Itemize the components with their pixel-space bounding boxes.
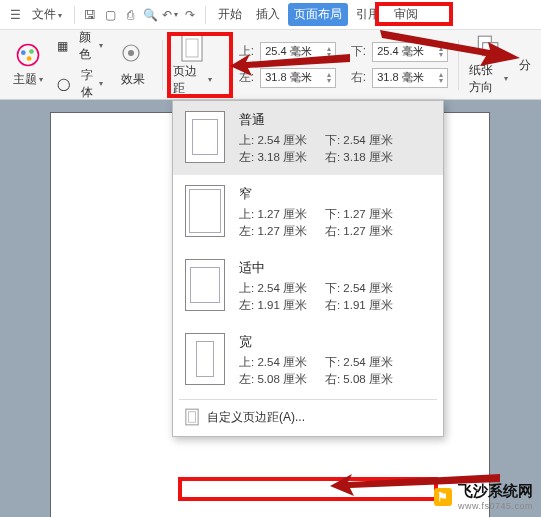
- tab-page-layout[interactable]: 页面布局: [288, 3, 348, 26]
- margin-icon: [179, 33, 207, 61]
- svg-point-3: [26, 56, 31, 61]
- margin-left-label: 左:: [230, 69, 254, 86]
- orientation-icon: [474, 34, 502, 60]
- redo-icon[interactable]: ↷: [181, 6, 199, 24]
- margin-values: 上: 25.4 毫米▴▾ 下: 25.4 毫米▴▾ 左: 31.8 毫米▴▾ 右…: [230, 42, 448, 88]
- margin-option-wide[interactable]: 宽 上: 2.54 厘米下: 2.54 厘米 左: 5.08 厘米右: 5.08…: [173, 323, 443, 397]
- orientation-button[interactable]: 纸张方向▾: [469, 36, 508, 94]
- file-menu[interactable]: 文件▾: [26, 3, 68, 26]
- margin-option-normal[interactable]: 普通 上: 2.54 厘米下: 2.54 厘米 左: 3.18 厘米右: 3.1…: [173, 101, 443, 175]
- watermark: ⚑ 飞沙系统网 www.fs0745.com: [434, 482, 533, 511]
- color-button[interactable]: ▦ 颜色▾: [57, 29, 103, 63]
- effect-button[interactable]: 效果: [113, 36, 152, 94]
- svg-rect-9: [483, 42, 498, 55]
- margin-left-input[interactable]: 31.8 毫米▴▾: [260, 68, 336, 88]
- break-button[interactable]: 分: [518, 36, 533, 94]
- theme-icon: [14, 41, 42, 69]
- margin-right-label: 右:: [342, 69, 366, 86]
- margin-thumb-icon: [185, 111, 225, 163]
- tab-insert[interactable]: 插入: [250, 3, 286, 26]
- svg-point-2: [29, 49, 34, 54]
- color-icon: ▦: [57, 39, 68, 53]
- margin-thumb-icon: [185, 333, 225, 385]
- print-icon[interactable]: ⎙: [121, 6, 139, 24]
- custom-margins-button[interactable]: 自定义页边距(A)...: [173, 402, 443, 432]
- print-preview-icon[interactable]: ▢: [101, 6, 119, 24]
- theme-button[interactable]: 主题▾: [8, 36, 47, 94]
- effect-icon: [119, 41, 147, 69]
- margin-top-label: 上:: [230, 43, 254, 60]
- tab-start[interactable]: 开始: [212, 3, 248, 26]
- watermark-brand: 飞沙系统网: [458, 482, 533, 501]
- hamburger-icon[interactable]: ☰: [6, 6, 24, 24]
- watermark-icon: ⚑: [434, 488, 452, 506]
- margin-bottom-label: 下:: [342, 43, 366, 60]
- tab-review[interactable]: 审阅: [388, 3, 424, 26]
- tab-reference[interactable]: 引用: [350, 3, 386, 26]
- svg-point-1: [21, 50, 26, 55]
- margin-dropdown: 普通 上: 2.54 厘米下: 2.54 厘米 左: 3.18 厘米右: 3.1…: [172, 100, 444, 437]
- find-icon[interactable]: 🔍: [141, 6, 159, 24]
- svg-point-5: [128, 50, 134, 56]
- margin-option-moderate[interactable]: 适中 上: 2.54 厘米下: 2.54 厘米 左: 1.91 厘米右: 1.9…: [173, 249, 443, 323]
- margin-option-narrow[interactable]: 窄 上: 1.27 厘米下: 1.27 厘米 左: 1.27 厘米右: 1.27…: [173, 175, 443, 249]
- menu-bar: ☰ 文件▾ 🖫 ▢ ⎙ 🔍 ↶▾ ↷ 开始 插入 页面布局 引用 审阅: [0, 0, 541, 30]
- font-icon: ◯: [57, 77, 70, 91]
- font-button[interactable]: ◯ 字体▾: [57, 67, 103, 101]
- ribbon: 主题▾ ▦ 颜色▾ ◯ 字体▾ 效果 页边距▾ 上: 25.4 毫米▴▾ 下: …: [0, 30, 541, 100]
- margin-right-input[interactable]: 31.8 毫米▴▾: [372, 68, 448, 88]
- margin-button[interactable]: 页边距▾: [173, 36, 212, 94]
- svg-point-0: [17, 45, 38, 66]
- margin-top-input[interactable]: 25.4 毫米▴▾: [260, 42, 336, 62]
- save-icon[interactable]: 🖫: [81, 6, 99, 24]
- margin-bottom-input[interactable]: 25.4 毫米▴▾: [372, 42, 448, 62]
- custom-margins-icon: [185, 408, 199, 426]
- margin-thumb-icon: [185, 259, 225, 311]
- margin-thumb-icon: [185, 185, 225, 237]
- watermark-url: www.fs0745.com: [458, 501, 533, 511]
- undo-icon[interactable]: ↶▾: [161, 6, 179, 24]
